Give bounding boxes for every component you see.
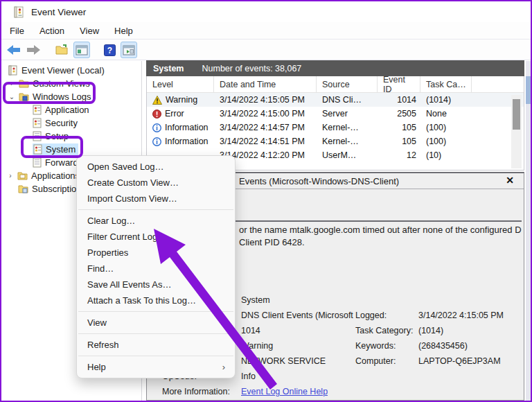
forward-arrow-icon [26,45,40,55]
event-id-value: 1014 [241,326,359,335]
selected-highlight: System [33,143,78,155]
sidebar-item-windows-logs[interactable]: ⌄ Windows Logs [8,90,91,103]
logged-value: 3/14/2022 4:15:05 PM [418,311,504,320]
menu-view[interactable]: View [80,26,99,36]
menu-item-import-custom-view[interactable]: Import Custom View… [77,191,235,207]
event-description-line1: or the name mtalk.google.com timed out a… [239,225,522,235]
action-pane-window-icon [123,45,135,55]
menu-item-view[interactable]: View› [77,315,235,331]
log-file-icon [33,144,42,155]
column-task-category[interactable]: Task Ca… [420,76,472,92]
table-header: Level Date and Time Source Event ID Task… [147,76,524,93]
table-row[interactable]: Information 3/14/2022 4:14:57 PM Kernel-… [147,121,524,134]
menu-separator [78,356,233,356]
column-event-id[interactable]: Event ID [378,76,420,92]
menu-separator [78,333,233,334]
event-log-online-help-link[interactable]: Event Log Online Help [241,387,328,396]
more-information-label: More Information: [162,387,230,396]
open-folder-icon [55,44,69,55]
log-name: System [153,64,184,73]
help-icon: ? [104,44,116,56]
log-file-icon [33,105,42,115]
keywords-label: Keywords: [355,341,396,351]
submenu-chevron-icon: › [222,317,225,328]
column-date-time[interactable]: Date and Time [214,76,317,92]
menu-item-save-all-events-as[interactable]: Save All Events As… [77,277,235,292]
scrollbar-thumb[interactable] [513,99,520,130]
menu-separator [78,209,233,210]
log-name-value: System [241,295,359,305]
table-row[interactable]: Error 3/14/2022 4:15:00 PM Server 2505 N… [147,107,524,121]
show-action-pane-button[interactable] [121,42,137,58]
toolbar: ? [1,40,531,60]
menu-action[interactable]: Action [39,26,64,36]
event-viewer-app-icon [14,6,24,18]
menu-help[interactable]: Help [114,26,133,36]
menu-item-filter-current-log[interactable]: Filter Current Log… [77,229,235,245]
sidebar-item-event-viewer-local[interactable]: Event Viewer (Local) [8,64,105,77]
title-bar: Event Viewer [1,1,531,22]
error-icon [152,110,161,119]
opcode-value: Info [241,372,359,381]
preview-title: Events (Microsoft-Windows-DNS-Client) [239,176,399,186]
log-context-menu: Open Saved Log… Create Custom View… Impo… [76,155,236,378]
back-button[interactable] [6,42,22,58]
log-file-icon [33,131,42,141]
log-file-icon [33,118,42,128]
log-header-bar: System Number of events: 38,067 [146,60,524,76]
event-description-line2: Client PID 6428. [239,237,522,247]
column-level[interactable]: Level [147,76,214,92]
help-button[interactable]: ? [101,42,118,58]
information-icon [152,137,161,146]
task-category-label: Task Category: [355,326,413,335]
create-custom-view-button[interactable] [73,42,90,58]
source-value: DNS Client Events (Microsoft [241,311,359,320]
warning-icon [152,96,162,105]
event-count: Number of events: 38,067 [202,64,301,73]
menu-item-open-saved-log[interactable]: Open Saved Log… [77,159,235,175]
back-arrow-icon [7,45,21,55]
log-file-icon [33,157,42,168]
computer-label: Computer: [355,356,396,366]
menu-item-help[interactable]: Help› [77,359,235,375]
chevron-right-icon[interactable]: › [7,172,14,180]
menu-item-properties[interactable]: Properties [77,245,235,261]
event-viewer-root-icon [8,65,18,76]
windows-logs-folder-icon [19,92,29,101]
level-value: Warning [241,341,359,351]
menu-separator [78,311,233,312]
subscriptions-folder-icon [18,184,28,193]
open-saved-log-button[interactable] [54,42,71,58]
sidebar-item-security[interactable]: Security [33,116,78,130]
window-title: Event Viewer [31,7,86,17]
menu-item-find[interactable]: Find… [77,261,235,277]
sidebar-item-application[interactable]: Application [33,103,89,116]
chevron-down-icon[interactable]: ⌄ [8,93,15,101]
svg-text:?: ? [107,45,112,55]
folder-icon [17,171,28,180]
menu-item-attach-task[interactable]: Attach a Task To this Log… [77,292,235,308]
scrollbar-thumb[interactable] [526,76,531,104]
menu-item-create-custom-view[interactable]: Create Custom View… [77,175,235,191]
menu-file[interactable]: File [10,26,24,36]
chevron-right-icon[interactable]: › [8,80,15,87]
task-category-value: (1014) [418,326,443,335]
table-row[interactable]: Information 3/14/2022 4:14:51 PM Kernel-… [147,134,524,148]
sidebar-item-custom-views[interactable]: › Custom Views [8,77,90,90]
sidebar-item-system[interactable]: System [33,143,78,156]
information-icon [152,123,161,132]
menu-bar: File Action View Help [1,22,531,40]
folder-icon [19,79,29,88]
close-icon[interactable]: ✕ [506,175,514,186]
user-value: NETWORK SERVICE [241,356,359,366]
menu-item-clear-log[interactable]: Clear Log… [77,213,235,229]
computer-value: LAPTOP-Q6EJP3AM [418,356,501,366]
logged-label: Logged: [355,311,387,320]
menu-item-refresh[interactable]: Refresh [77,337,235,353]
table-row[interactable]: Warning 3/14/2022 4:15:05 PM DNS Cli… 10… [147,93,524,107]
window-scrollbar[interactable] [526,61,531,401]
sidebar-item-setup[interactable]: Setup [33,130,69,143]
table-scrollbar[interactable] [511,95,522,168]
forward-button[interactable] [25,42,42,58]
column-source[interactable]: Source [317,76,378,92]
